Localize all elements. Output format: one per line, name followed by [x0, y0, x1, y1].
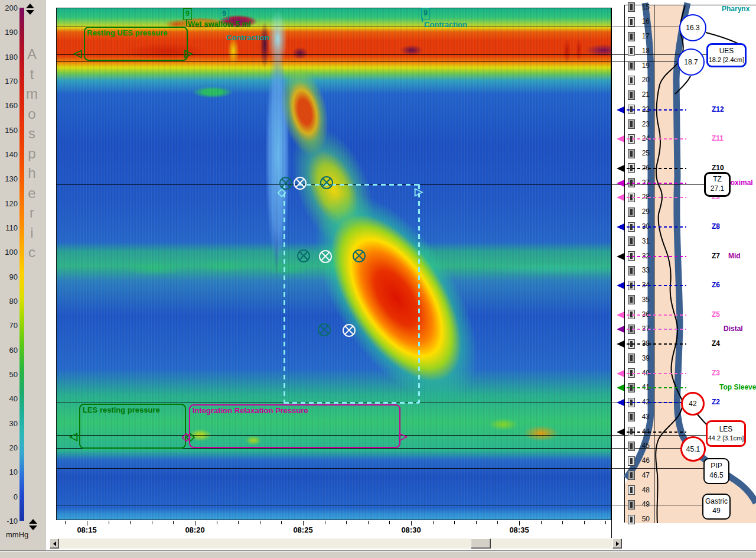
zone-marker-arrow[interactable]: [617, 165, 624, 172]
scrollbar-right-button[interactable]: [612, 538, 622, 549]
spin-down-icon[interactable]: [29, 525, 37, 530]
zone-marker-arrow[interactable]: [617, 384, 624, 391]
tz-callout-title: TZ: [713, 175, 722, 184]
measurement-level-line[interactable]: [56, 468, 704, 469]
zone-marker-arrow[interactable]: [617, 194, 624, 201]
swallow-event-marker[interactable]: 9: [421, 8, 430, 20]
zone-marker-dashed-line: [627, 256, 686, 257]
channel-number: 29: [637, 207, 650, 216]
horizontal-scrollbar-track[interactable]: [50, 538, 622, 549]
channel-number: 31: [637, 237, 650, 245]
channel-number: 45: [637, 442, 650, 450]
gastric-callout-value: 49: [712, 507, 720, 516]
zone-marker-dashed-line: [627, 183, 686, 184]
catheter-sensor-icon: [628, 17, 635, 27]
pip-callout[interactable]: PIP 46.5: [703, 458, 729, 484]
analysis-point-marker[interactable]: [320, 176, 333, 189]
analysis-point-marker[interactable]: [297, 249, 310, 262]
analysis-point-marker[interactable]: [279, 177, 292, 190]
analysis-point-marker[interactable]: [319, 250, 332, 263]
catheter-sensor-icon: [628, 266, 635, 275]
horizontal-scrollbar-thumb[interactable]: [471, 538, 491, 549]
tz-callout[interactable]: TZ 27.1: [704, 172, 731, 197]
atmospheric-letter: s: [25, 125, 39, 142]
channel-number: 20: [637, 76, 650, 84]
resting-ues-left-handle[interactable]: ◁: [73, 48, 82, 59]
scrollbar-left-button[interactable]: [50, 538, 59, 549]
les-lower-margin-callout[interactable]: 45.1: [680, 436, 706, 462]
resting-ues-label: Resting UES pressure: [87, 28, 168, 37]
measurement-level-line[interactable]: [56, 505, 703, 505]
analysis-region-right-edge[interactable]: [418, 184, 420, 403]
les-callout[interactable]: LES 44.2 [3.1cm]: [706, 420, 746, 447]
zone-marker-arrow[interactable]: [617, 399, 624, 406]
zone-marker-arrow[interactable]: [617, 429, 624, 436]
analysis-region-bottom-edge[interactable]: [284, 402, 419, 404]
scale-tick-label: 70: [0, 321, 18, 330]
zone-marker-dashed-line: [627, 197, 686, 198]
les-resting-left-handle[interactable]: ◁: [69, 431, 77, 442]
time-axis-tick: [87, 521, 87, 525]
zone-marker-dashed-line: [627, 432, 686, 433]
zone-marker-arrow[interactable]: [617, 223, 624, 231]
irp-right-handle[interactable]: ▷: [399, 431, 408, 442]
pressure-unit-label: mmHg: [6, 530, 28, 539]
irp-left-handle[interactable]: ◇: [182, 431, 191, 442]
zone-marker-arrow[interactable]: [617, 370, 624, 377]
time-axis-tick: [195, 521, 195, 525]
analysis-region-left-edge[interactable]: [284, 184, 285, 403]
zone-marker-arrow[interactable]: [617, 340, 624, 348]
ues-upper-margin-callout[interactable]: 16.3: [679, 14, 706, 41]
scale-tick-label: 20: [0, 443, 18, 452]
les-callout-title: LES: [719, 425, 733, 434]
zone-marker-arrow[interactable]: [617, 106, 624, 113]
catheter-sensor-icon: [628, 207, 635, 217]
zone-label: Z12: [712, 105, 724, 113]
resting-ues-right-handle[interactable]: ▷: [184, 48, 193, 59]
zone-marker-arrow[interactable]: [617, 135, 624, 142]
scale-max-spinner[interactable]: [26, 4, 34, 15]
zone-marker-arrow[interactable]: [617, 326, 624, 333]
zone-label: Z11: [712, 134, 724, 142]
irp-label: Integration Relaxation Pressure: [193, 406, 308, 415]
swallow-event-marker[interactable]: 9: [220, 8, 229, 20]
scale-min-spinner[interactable]: [29, 519, 37, 530]
ues-callout[interactable]: UES 18.2 [2.4cm]: [706, 43, 747, 67]
catheter-sensor-icon: [628, 149, 635, 158]
analysis-point-marker[interactable]: [343, 324, 356, 337]
measurement-level-line[interactable]: [56, 61, 677, 62]
analysis-region-arrow-handle[interactable]: ▷: [415, 186, 423, 197]
zone-marker-arrow[interactable]: [617, 253, 624, 260]
scale-tick-label: 150: [0, 126, 18, 135]
scale-tick-label: 140: [0, 150, 18, 159]
spin-up-icon[interactable]: [29, 519, 37, 524]
analysis-region-top-edge[interactable]: [298, 184, 419, 186]
catheter-sensor-icon: [628, 442, 635, 451]
scale-tick-label: 180: [0, 53, 18, 61]
atmospheric-letter: h: [25, 165, 39, 181]
gastric-callout[interactable]: Gastric 49: [702, 494, 731, 520]
pressure-color-scale[interactable]: [19, 8, 24, 521]
scale-tick-label: 0: [0, 492, 18, 501]
ues-lower-margin-callout[interactable]: 18.7: [677, 48, 705, 76]
time-axis-tick: [109, 521, 109, 524]
atmospheric-letter: e: [25, 185, 39, 202]
analysis-point-marker[interactable]: [318, 323, 331, 336]
zone-marker-arrow[interactable]: [617, 282, 624, 289]
wet-swallow-label: Wet swallow 5 ml: [188, 20, 251, 28]
zone-label: Z4: [712, 339, 720, 348]
les-upper-margin-callout[interactable]: 42: [681, 392, 705, 416]
zone-label: Distal: [724, 325, 743, 333]
zone-marker-arrow[interactable]: [617, 312, 624, 319]
swallow-event-marker[interactable]: 9: [183, 8, 192, 20]
spin-up-icon[interactable]: [26, 4, 34, 8]
zone-marker-arrow[interactable]: [617, 180, 624, 187]
spin-down-icon[interactable]: [26, 10, 34, 15]
les-resting-label: LES resting pressure: [83, 405, 160, 414]
right-arrow-icon: [616, 541, 619, 546]
analysis-point-marker[interactable]: [294, 177, 307, 190]
channel-number: 19: [637, 61, 650, 70]
catheter-sensor-icon: [628, 456, 635, 466]
atmospheric-letter: p: [25, 145, 39, 162]
analysis-point-marker[interactable]: [353, 249, 366, 262]
